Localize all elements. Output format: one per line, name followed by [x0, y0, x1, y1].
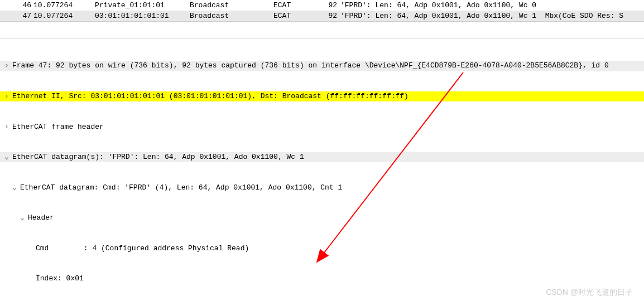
col-info: 'FPRD': Len: 64, Adp 0x1001, Ado 0x1100,…	[340, 12, 644, 20]
col-length: 92	[324, 1, 340, 9]
packet-row-selected[interactable]: 47 10.077264 03:01:01:01:01:01 Broadcast…	[0, 11, 644, 21]
tree-frame[interactable]: ›Frame 47: 92 bytes on wire (736 bits), …	[0, 61, 644, 71]
col-time: 10.077264	[33, 1, 95, 9]
col-source: Private_01:01:01	[95, 1, 190, 9]
col-no: 47	[17, 12, 33, 20]
col-no: 46	[17, 1, 33, 9]
packet-details-tree[interactable]: ›Frame 47: 92 bytes on wire (736 bits), …	[0, 38, 644, 301]
pane-spacer	[0, 22, 644, 38]
tree-cmd[interactable]: Cmd : 4 (Configured address Physical Rea…	[0, 244, 644, 254]
tree-index[interactable]: Index: 0x01	[0, 274, 644, 284]
expand-icon[interactable]: ›	[4, 91, 12, 101]
tree-ecat-datagrams[interactable]: ⌄EtherCAT datagram(s): 'FPRD': Len: 64, …	[0, 152, 644, 162]
tree-ecat-header[interactable]: ›EtherCAT frame header	[0, 122, 644, 132]
col-destination: Broadcast	[190, 12, 273, 20]
collapse-icon[interactable]: ⌄	[20, 213, 28, 223]
watermark: CSDN @时光飞逝的日子	[546, 288, 633, 298]
packet-list[interactable]: 46 10.077264 Private_01:01:01 Broadcast …	[0, 0, 644, 22]
col-time: 10.077264	[33, 12, 95, 20]
expand-icon[interactable]: ›	[4, 122, 12, 132]
col-destination: Broadcast	[190, 1, 273, 9]
col-source: 03:01:01:01:01:01	[95, 12, 190, 20]
tree-ecat-datagram[interactable]: ⌄EtherCAT datagram: Cmd: 'FPRD' (4), Len…	[0, 183, 644, 193]
collapse-icon[interactable]: ⌄	[4, 152, 12, 162]
expand-icon[interactable]: ›	[4, 61, 12, 71]
collapse-icon[interactable]: ⌄	[12, 183, 20, 193]
col-info: 'FPRD': Len: 64, Adp 0x1001, Ado 0x1100,…	[340, 1, 644, 9]
tree-header[interactable]: ⌄Header	[0, 213, 644, 223]
col-protocol: ECAT	[273, 12, 324, 20]
col-protocol: ECAT	[273, 1, 324, 9]
packet-row[interactable]: 46 10.077264 Private_01:01:01 Broadcast …	[0, 0, 644, 11]
tree-ethernet[interactable]: ›Ethernet II, Src: 03:01:01:01:01:01 (03…	[0, 91, 644, 101]
col-length: 92	[324, 12, 340, 20]
